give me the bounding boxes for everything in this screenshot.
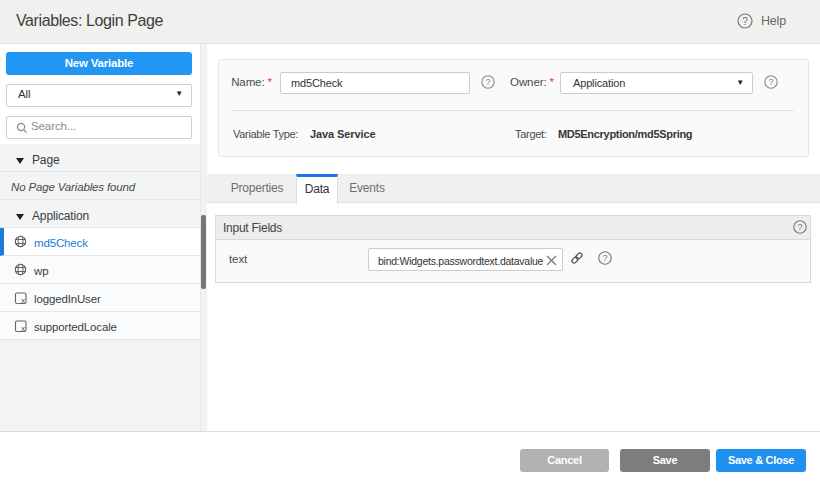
svg-text:?: ? xyxy=(797,222,802,232)
svg-text:x: x xyxy=(21,296,25,305)
svg-text:?: ? xyxy=(602,253,607,263)
svg-text:x: x xyxy=(21,324,25,333)
svg-text:?: ? xyxy=(768,77,773,87)
svg-text:?: ? xyxy=(742,16,748,27)
